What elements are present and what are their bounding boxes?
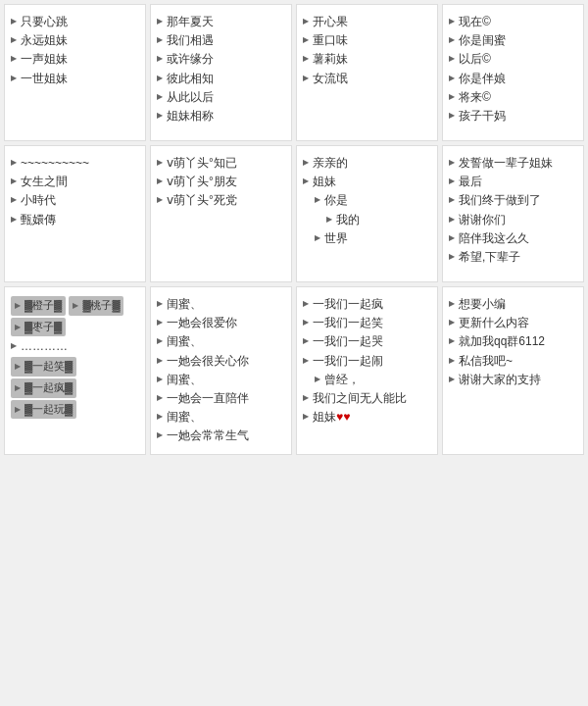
list-item: 就加我qq群6112 bbox=[449, 332, 577, 351]
card-2-1: ~~~~~~~~~~ 女生之間 小時代 甄嬛傳 bbox=[4, 145, 146, 282]
card-1-3: 开心果 重口味 薯莉妹 女流氓 bbox=[296, 4, 438, 141]
list-item: 一她会常常生气 bbox=[157, 427, 285, 445]
list-item: 一我们一起疯 bbox=[303, 295, 431, 314]
list-item: 以后© bbox=[449, 50, 577, 69]
list-item: 彼此相知 bbox=[157, 70, 285, 88]
card-1-1: 只要心跳 永远姐妹 一声姐妹 一世姐妹 bbox=[4, 4, 146, 141]
list-item: 我们终于做到了 bbox=[449, 191, 577, 210]
list-item: 谢谢你们 bbox=[449, 211, 577, 229]
list-item: ⅴ萌丫头°朋友 bbox=[157, 173, 285, 191]
list-item: 一世姐妹 bbox=[11, 70, 139, 88]
list-item: ⅴ萌丫头°死党 bbox=[157, 191, 285, 210]
list-item: 甄嬛傳 bbox=[11, 211, 139, 229]
card-3-4: 想要小编 更新什么内容 就加我qq群6112 私信我吧~ 谢谢大家的支持 bbox=[442, 286, 584, 455]
list-item: 小時代 bbox=[11, 191, 139, 210]
list-item: 永远姐妹 bbox=[11, 31, 139, 50]
card-3-1: ▓橙子▓ ▓桃子▓ ▓枣子▓ ………… ▓一起笑▓ ▓一起疯▓ ▓一起玩▓ bbox=[4, 286, 146, 455]
list-item: 开心果 bbox=[303, 13, 431, 31]
list-item: 姐妹 ♥♥ bbox=[303, 408, 431, 427]
list-item: 女生之間 bbox=[11, 173, 139, 191]
list-item: 亲亲的 bbox=[303, 154, 431, 173]
card-2-3: 亲亲的 姐妹 你是 我的 世界 bbox=[296, 145, 438, 282]
list-item: 曾经， bbox=[303, 371, 431, 389]
list-item: 我们之间无人能比 bbox=[303, 389, 431, 408]
list-item: ▓一起玩▓ bbox=[11, 400, 76, 420]
card-2-2: ⅴ萌丫头°知已 ⅴ萌丫头°朋友 ⅴ萌丫头°死党 bbox=[150, 145, 292, 282]
list-item: 你是 bbox=[303, 191, 431, 210]
list-item: ▓枣子▓ bbox=[11, 318, 66, 337]
list-item: 薯莉妹 bbox=[303, 50, 431, 69]
list-item: 陪伴我这么久 bbox=[449, 229, 577, 248]
card-3-2: 闺蜜、 一她会很爱你 闺蜜、 一她会很关心你 闺蜜、 一她会一直陪伴 闺蜜、 一… bbox=[150, 286, 292, 455]
list-item: 更新什么内容 bbox=[449, 314, 577, 332]
list-item: 最后 bbox=[449, 173, 577, 191]
main-grid: 只要心跳 永远姐妹 一声姐妹 一世姐妹 那年夏天 我们相遇 或许缘分 彼此相知 … bbox=[0, 0, 588, 459]
list-item: 将来© bbox=[449, 88, 577, 107]
list-item: 那年夏天 bbox=[157, 13, 285, 31]
list-item: ▓一起疯▓ bbox=[11, 378, 76, 398]
list-item: 从此以后 bbox=[157, 88, 285, 107]
card-1-2: 那年夏天 我们相遇 或许缘分 彼此相知 从此以后 姐妹相称 bbox=[150, 4, 292, 141]
list-item: 一她会很爱你 bbox=[157, 314, 285, 332]
list-item: 一她会很关心你 bbox=[157, 352, 285, 371]
list-item: 只要心跳 bbox=[11, 13, 139, 31]
list-item: 我的 bbox=[303, 211, 431, 229]
list-item: 女流氓 bbox=[303, 70, 431, 88]
list-item: 发誓做一辈子姐妹 bbox=[449, 154, 577, 173]
list-item: 想要小编 bbox=[449, 295, 577, 314]
list-item: 姐妹相称 bbox=[157, 107, 285, 126]
list-item: 私信我吧~ bbox=[449, 352, 577, 371]
list-item: 一声姐妹 bbox=[11, 50, 139, 69]
list-item: ▓桃子▓ bbox=[69, 296, 123, 316]
list-item: 孩子干妈 bbox=[449, 107, 577, 126]
list-item: 重口味 bbox=[303, 31, 431, 50]
list-item: ▓橙子▓ bbox=[11, 296, 66, 316]
list-item: 希望,下辈子 bbox=[449, 248, 577, 267]
list-item: 我们相遇 bbox=[157, 31, 285, 50]
list-item: ⅴ萌丫头°知已 bbox=[157, 154, 285, 173]
list-item: ~~~~~~~~~~ bbox=[11, 154, 139, 173]
list-item: 姐妹 bbox=[303, 173, 431, 191]
heart-icon: ♥♥ bbox=[336, 408, 350, 427]
list-item: 闺蜜、 bbox=[157, 295, 285, 314]
list-item: 或许缘分 bbox=[157, 50, 285, 69]
list-item: 闺蜜、 bbox=[157, 371, 285, 389]
list-item: 一我们一起哭 bbox=[303, 332, 431, 351]
list-item: 闺蜜、 bbox=[157, 408, 285, 427]
card-1-4: 现在© 你是闺蜜 以后© 你是伴娘 将来© 孩子干妈 bbox=[442, 4, 584, 141]
card-3-3: 一我们一起疯 一我们一起笑 一我们一起哭 一我们一起闹 曾经， 我们之间无人能比… bbox=[296, 286, 438, 455]
list-item: 现在© bbox=[449, 13, 577, 31]
list-item: 世界 bbox=[303, 229, 431, 248]
list-item: 闺蜜、 bbox=[157, 332, 285, 351]
list-item: 你是伴娘 bbox=[449, 70, 577, 88]
list-item: 你是闺蜜 bbox=[449, 31, 577, 50]
list-item: 谢谢大家的支持 bbox=[449, 371, 577, 389]
list-item: 一我们一起笑 bbox=[303, 314, 431, 332]
list-item: 一她会一直陪伴 bbox=[157, 389, 285, 408]
list-item: ▓一起笑▓ bbox=[11, 357, 76, 377]
list-item: ………… bbox=[11, 337, 139, 356]
card-2-4: 发誓做一辈子姐妹 最后 我们终于做到了 谢谢你们 陪伴我这么久 希望,下辈子 bbox=[442, 145, 584, 282]
list-item: 一我们一起闹 bbox=[303, 352, 431, 371]
